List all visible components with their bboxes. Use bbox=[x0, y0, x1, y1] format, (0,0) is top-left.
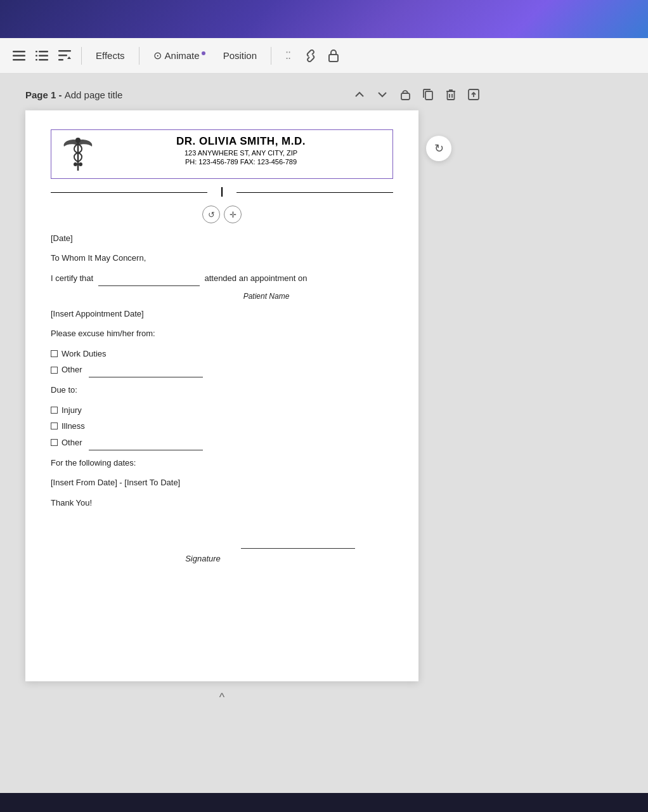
illness-checkbox[interactable] bbox=[51, 422, 58, 429]
other-item-2: Other bbox=[51, 435, 393, 450]
bottom-bar: ^ bbox=[25, 681, 418, 713]
date-field: [Date] bbox=[51, 231, 393, 246]
svg-rect-7 bbox=[39, 59, 48, 61]
grid-dots-icon[interactable]: ⁚⁚ bbox=[279, 47, 297, 65]
other-checkbox-1[interactable] bbox=[51, 367, 58, 374]
move-control[interactable]: ✛ bbox=[224, 206, 242, 223]
text-controls: ↺ ✛ bbox=[51, 206, 393, 223]
effects-button[interactable]: Effects bbox=[89, 47, 131, 64]
svg-rect-16 bbox=[448, 91, 455, 100]
rotate-control[interactable]: ↺ bbox=[202, 206, 220, 223]
doctor-address: 123 ANYWHERE ST, ANY CITY, ZIP bbox=[97, 149, 385, 157]
main-content: Page 1 - Add page title bbox=[0, 74, 648, 793]
animate-button[interactable]: ⊙ Animate bbox=[147, 46, 212, 65]
chevron-up-icon[interactable] bbox=[351, 86, 368, 103]
svg-rect-13 bbox=[329, 55, 338, 62]
lock-page-icon[interactable] bbox=[397, 86, 413, 103]
toolbar: Effects ⊙ Animate Position ⁚⁚ bbox=[0, 38, 648, 74]
document-wrapper: ↻ bbox=[25, 110, 418, 681]
patient-name-label: Patient Name bbox=[243, 292, 290, 301]
link-icon[interactable] bbox=[302, 47, 320, 65]
toolbar-divider-3 bbox=[271, 47, 271, 65]
toolbar-divider-1 bbox=[81, 47, 82, 65]
patient-name-field[interactable] bbox=[98, 271, 200, 286]
cursor-symbol: I bbox=[220, 185, 224, 199]
signature-line bbox=[241, 548, 355, 549]
toolbar-divider-2 bbox=[139, 47, 139, 65]
svg-rect-4 bbox=[36, 51, 37, 53]
svg-rect-2 bbox=[13, 59, 25, 61]
duplicate-page-icon[interactable] bbox=[420, 86, 436, 103]
due-to-text: Due to: bbox=[51, 383, 393, 397]
lock-toolbar-icon[interactable] bbox=[325, 47, 342, 65]
other-checkbox-2[interactable] bbox=[51, 439, 58, 446]
doctor-name: DR. OLIVIA SMITH, M.D. bbox=[97, 135, 385, 148]
effects-label: Effects bbox=[96, 50, 125, 61]
work-duties-checkbox[interactable] bbox=[51, 350, 58, 357]
following-dates-text: For the following dates: bbox=[51, 455, 393, 470]
page-header-row: Page 1 - Add page title bbox=[25, 86, 482, 103]
doc-title-block: DR. OLIVIA SMITH, M.D. 123 ANYWHERE ST, … bbox=[97, 135, 385, 166]
svg-rect-10 bbox=[58, 55, 67, 56]
doc-body: [Date] To Whom It May Concern, I certify… bbox=[51, 231, 393, 566]
hamburger-icon[interactable] bbox=[10, 47, 28, 65]
bottom-chevron-icon[interactable]: ^ bbox=[219, 691, 224, 704]
position-button[interactable]: Position bbox=[217, 47, 263, 64]
svg-point-23 bbox=[74, 162, 77, 166]
svg-rect-3 bbox=[39, 51, 48, 53]
svg-rect-14 bbox=[401, 93, 410, 100]
due-to-section: Injury Illness Other bbox=[51, 403, 393, 450]
animate-label: Animate bbox=[165, 50, 200, 61]
date-range: [Insert From Date] - [Insert To Date] bbox=[51, 475, 393, 490]
chevron-down-icon[interactable] bbox=[374, 86, 391, 103]
position-label: Position bbox=[223, 50, 257, 61]
work-duties-item: Work Duties bbox=[51, 346, 393, 361]
salutation: To Whom It May Concern, bbox=[51, 251, 393, 265]
injury-checkbox[interactable] bbox=[51, 407, 58, 414]
list-icon[interactable] bbox=[33, 47, 51, 65]
signature-section: Signature bbox=[51, 548, 393, 566]
svg-rect-8 bbox=[36, 59, 37, 61]
caduceus-icon bbox=[59, 135, 97, 173]
thank-you: Thank You! bbox=[51, 495, 393, 510]
certify-line: I certify that attended an appointment o… bbox=[51, 271, 393, 286]
refresh-button[interactable]: ↻ bbox=[426, 136, 451, 161]
delete-page-icon[interactable] bbox=[443, 86, 459, 103]
checkbox-group-1: Work Duties Other bbox=[51, 346, 393, 378]
page-actions bbox=[351, 86, 482, 103]
other-field-2[interactable] bbox=[89, 435, 203, 450]
other-item-1: Other bbox=[51, 362, 393, 377]
animate-dot bbox=[202, 51, 205, 55]
svg-marker-12 bbox=[67, 56, 71, 59]
page-title: Page 1 - Add page title bbox=[25, 89, 122, 100]
svg-rect-5 bbox=[39, 55, 48, 56]
appointment-date: [Insert Appointment Date] bbox=[51, 306, 393, 321]
injury-item: Injury bbox=[51, 403, 393, 417]
other-field-1[interactable] bbox=[89, 362, 203, 377]
svg-rect-15 bbox=[425, 91, 432, 100]
animate-icon: ⊙ bbox=[153, 49, 162, 62]
svg-point-24 bbox=[79, 162, 82, 166]
excuse-text: Please excuse him/her from: bbox=[51, 326, 393, 341]
signature-label: Signature bbox=[51, 551, 355, 566]
svg-rect-9 bbox=[58, 50, 71, 52]
svg-rect-6 bbox=[36, 55, 37, 56]
svg-rect-11 bbox=[58, 59, 63, 61]
doc-header: DR. OLIVIA SMITH, M.D. 123 ANYWHERE ST, … bbox=[51, 129, 393, 179]
sort-icon[interactable] bbox=[56, 47, 74, 65]
doctor-phone: PH: 123-456-789 FAX: 123-456-789 bbox=[97, 158, 385, 166]
export-page-icon[interactable] bbox=[465, 86, 482, 103]
top-gradient-bar bbox=[0, 0, 648, 38]
svg-rect-0 bbox=[13, 51, 25, 53]
illness-item: Illness bbox=[51, 419, 393, 433]
svg-point-22 bbox=[75, 138, 81, 143]
document-canvas: ↻ bbox=[25, 110, 418, 681]
footer-bar bbox=[0, 793, 648, 812]
text-cursor-bar: I bbox=[51, 185, 393, 199]
svg-rect-1 bbox=[13, 55, 25, 56]
